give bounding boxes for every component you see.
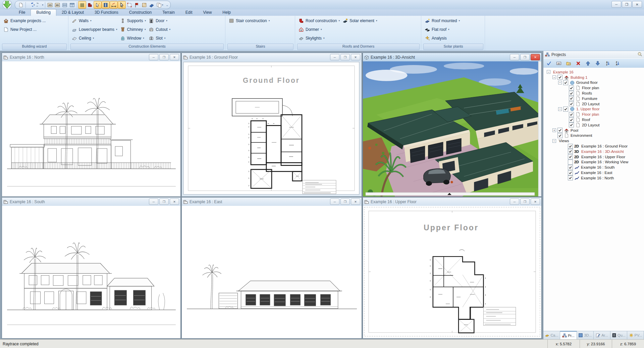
- tree-item-example-16-working-view[interactable]: 2DExample 16 : Working View: [543, 160, 644, 165]
- visibility-checkbox[interactable]: [557, 128, 562, 133]
- minimize-button[interactable]: ─: [510, 198, 519, 205]
- tab-terrain[interactable]: Terrain: [157, 9, 180, 16]
- qat-split-horizontal-button[interactable]: [61, 1, 68, 8]
- ribbon-item-example-projects[interactable]: Example projects ...: [2, 16, 47, 25]
- tree-item-1-upper-floor[interactable]: −1. Upper floor: [543, 107, 644, 112]
- dropdown-arrow-icon[interactable]: ▾: [93, 37, 94, 40]
- qat-redo-dropdown[interactable]: ▾: [42, 4, 44, 6]
- restore-button[interactable]: ❐: [159, 198, 169, 205]
- window-title-bar[interactable]: Example 16 : Ground Floor─❐✕: [182, 53, 362, 62]
- visibility-checkbox[interactable]: [569, 91, 574, 96]
- qat-hatch-button[interactable]: [141, 1, 148, 8]
- visibility-checkbox[interactable]: [568, 160, 573, 165]
- panel-tab-pv[interactable]: PV...: [627, 331, 644, 339]
- ribbon-item-flat-roof[interactable]: Flat roof▾: [423, 25, 461, 34]
- minimize-button[interactable]: ─: [149, 54, 158, 60]
- tab-construction[interactable]: Construction: [124, 9, 157, 16]
- ribbon-item-cutout[interactable]: Cutout▾: [147, 25, 172, 34]
- collapse-icon[interactable]: −: [558, 81, 562, 84]
- panel-tab-3d[interactable]: 3D...: [577, 331, 594, 339]
- tree-item-building-1[interactable]: −Building 1: [543, 75, 644, 80]
- restore-button[interactable]: ❐: [520, 54, 530, 60]
- elevation-south-viewport[interactable]: [2, 206, 180, 338]
- restore-button[interactable]: ❐: [520, 198, 530, 205]
- close-button[interactable]: ✕: [632, 1, 642, 8]
- visibility-checkbox[interactable]: [569, 101, 574, 106]
- visibility-checkbox[interactable]: [563, 107, 568, 112]
- tree-item-example-16-north[interactable]: Example 16 : North: [543, 175, 644, 181]
- qat-duplicate-dropdown[interactable]: ▾: [162, 4, 163, 6]
- visibility-checkbox[interactable]: [568, 165, 573, 170]
- expand-icon[interactable]: +: [552, 128, 556, 132]
- panel-tab-ar[interactable]: Ar...: [594, 331, 610, 339]
- visibility-checkbox[interactable]: [568, 170, 573, 175]
- visibility-checkbox[interactable]: [569, 96, 574, 101]
- minimize-button[interactable]: ─: [510, 54, 519, 60]
- tree-item-example-16-east[interactable]: Example 16 : East: [543, 170, 644, 175]
- tree-item-example-16-upper-floor[interactable]: 2DExample 16 : Upper Floor: [543, 154, 644, 160]
- elevation-east-viewport[interactable]: [182, 206, 362, 338]
- dropdown-arrow-icon[interactable]: ▾: [269, 19, 270, 22]
- visibility-checkbox[interactable]: [557, 75, 562, 80]
- minimize-button[interactable]: ─: [330, 54, 339, 60]
- move-up-button[interactable]: [584, 60, 592, 67]
- qat-view-2d-button[interactable]: 2D: [46, 1, 54, 8]
- dropdown-arrow-icon[interactable]: ▾: [116, 28, 117, 31]
- ribbon-item-window[interactable]: Window▾: [119, 34, 148, 43]
- qat-redo-button[interactable]: [36, 1, 43, 8]
- tree-item-ground-floor[interactable]: −Ground floor: [543, 80, 644, 85]
- dropdown-arrow-icon[interactable]: ▾: [323, 37, 325, 40]
- ribbon-item-lower-upper-beams[interactable]: Lower/upper beams▾: [70, 25, 119, 34]
- tab-edit[interactable]: Edit: [180, 9, 198, 16]
- ribbon-item-dormer[interactable]: Dormer▾: [297, 25, 341, 34]
- window-title-bar[interactable]: Example 16 : North─❐✕: [2, 53, 180, 62]
- qat-flag-button[interactable]: [133, 1, 141, 8]
- tree-item-pool[interactable]: +Pool: [543, 128, 644, 133]
- ribbon-item-solar-element[interactable]: Solar element▾: [341, 16, 379, 25]
- visibility-checkbox[interactable]: [557, 133, 562, 138]
- window-title-bar[interactable]: Example 16 : South─❐✕: [2, 197, 180, 206]
- dropdown-arrow-icon[interactable]: ▾: [376, 19, 377, 22]
- dropdown-arrow-icon[interactable]: ▾: [143, 37, 144, 40]
- dropdown-arrow-icon[interactable]: ▾: [321, 28, 322, 31]
- collapse-icon[interactable]: −: [558, 107, 562, 111]
- ribbon-item-skylights[interactable]: Skylights▾: [297, 34, 341, 43]
- qat-undo-dropdown[interactable]: ▾: [34, 4, 35, 6]
- visibility-checkbox[interactable]: [569, 85, 574, 91]
- qat-view-3d-button[interactable]: 3D: [54, 1, 61, 8]
- dropdown-arrow-icon[interactable]: ▾: [145, 28, 146, 31]
- plan-ground-viewport[interactable]: Ground Floor: [182, 61, 362, 196]
- qat-new-drawing-button[interactable]: [17, 1, 24, 8]
- sort-asc-button[interactable]: AZ: [604, 60, 611, 67]
- window-title-bar[interactable]: Example 16 : 3D-Ansicht─❐✕: [363, 53, 541, 62]
- render-3d-viewport[interactable]: [363, 61, 541, 196]
- qat-wall-layers-button[interactable]: [102, 1, 110, 9]
- ribbon-item-new-project[interactable]: New Project ...: [2, 25, 47, 34]
- rename-button[interactable]: abl: [555, 60, 562, 67]
- panel-tab-qu[interactable]: Qu...: [610, 331, 627, 339]
- qat-transform-button[interactable]: [126, 1, 133, 8]
- dropdown-arrow-icon[interactable]: ▾: [164, 37, 166, 40]
- panel-search-icon[interactable]: [637, 52, 642, 58]
- tree-item-2d-layout[interactable]: 2D Layout: [543, 122, 644, 128]
- visibility-checkbox[interactable]: [568, 154, 573, 159]
- panel-tab-pr[interactable]: Pr...: [560, 331, 577, 339]
- qat-wall-display-button[interactable]: [86, 1, 94, 8]
- ribbon-item-stair-construction[interactable]: Stair construction▾: [227, 16, 271, 25]
- panel-tab-ca[interactable]: Ca...: [543, 331, 560, 339]
- visibility-checkbox[interactable]: [569, 122, 574, 127]
- ribbon-item-chimney[interactable]: Chimney▾: [119, 25, 148, 34]
- dropdown-arrow-icon[interactable]: ▾: [169, 28, 170, 31]
- tree-item-roofs[interactable]: Roofs: [543, 91, 644, 96]
- apply-button[interactable]: [545, 60, 553, 67]
- tab-file[interactable]: File: [13, 9, 31, 16]
- tree-item-2d-layout[interactable]: 2D Layout: [543, 101, 644, 107]
- dropdown-arrow-icon[interactable]: ▾: [448, 28, 449, 31]
- restore-button[interactable]: ❐: [340, 54, 350, 60]
- qat-smart-select-button[interactable]: [94, 1, 102, 9]
- ribbon-item-roof-mounted[interactable]: Roof mounted▾: [423, 16, 461, 25]
- close-button[interactable]: ✕: [351, 54, 360, 60]
- move-down-button[interactable]: [594, 60, 601, 67]
- restore-button[interactable]: ❐: [159, 54, 169, 60]
- tab-2d-layout[interactable]: 2D & Layout: [56, 9, 89, 16]
